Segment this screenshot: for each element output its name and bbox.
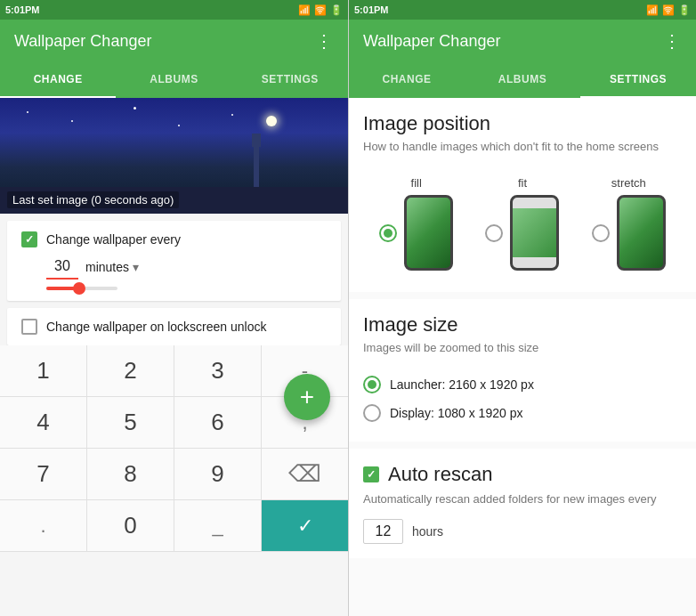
numpad-key-0[interactable]: 0	[87, 500, 174, 552]
left-app-bar: Wallpaper Changer ⋮	[0, 20, 348, 62]
numpad-key-4[interactable]: 4	[0, 397, 87, 449]
interval-row: minutes ▾	[21, 255, 327, 280]
left-tab-albums[interactable]: ALBUMS	[116, 62, 231, 98]
numpad-key-8[interactable]: 8	[87, 449, 174, 500]
right-content: Image position How to handle images whic…	[349, 98, 696, 616]
left-tab-settings[interactable]: SETTINGS	[232, 62, 348, 98]
change-wallpaper-card: Change wallpaper every minutes ▾	[7, 221, 341, 301]
launcher-label: Launcher: 2160 x 1920 px	[390, 377, 534, 392]
interval-slider[interactable]	[46, 287, 117, 290]
image-position-subtitle: How to handle images which don't fit to …	[363, 139, 682, 155]
star-4	[178, 125, 180, 126]
fill-radio-inner	[384, 229, 393, 238]
interval-input[interactable]	[46, 255, 78, 280]
fill-radio[interactable]	[379, 224, 397, 242]
tower	[254, 147, 259, 191]
fit-radio[interactable]	[485, 224, 503, 242]
interval-unit: minutes ▾	[85, 260, 139, 274]
image-position-title: Image position	[363, 112, 682, 135]
fill-phone-mockup	[404, 195, 453, 271]
image-position-section: Image position How to handle images whic…	[349, 98, 696, 292]
right-tab-change[interactable]: CHANGE	[349, 62, 465, 98]
stretch-label: stretch	[611, 176, 646, 190]
wifi-icon: 🛜	[314, 4, 327, 16]
interval-dropdown-arrow[interactable]: ▾	[133, 260, 139, 274]
numpad-key-7[interactable]: 7	[0, 449, 87, 500]
left-tab-change[interactable]: CHANGE	[0, 62, 116, 98]
star-5	[231, 114, 233, 116]
auto-rescan-section: Auto rescan Automatically rescan added f…	[349, 449, 696, 557]
right-time: 5:01PM	[354, 4, 389, 15]
image-size-title: Image size	[363, 313, 682, 336]
stretch-radio[interactable]	[592, 224, 610, 242]
launcher-radio-inner	[368, 380, 376, 389]
right-app-title: Wallpaper Changer	[363, 32, 500, 51]
numpad-row-4: . 0 _ ✓	[0, 500, 348, 552]
left-time: 5:01PM	[5, 4, 40, 15]
hours-row: hours	[363, 519, 682, 544]
stretch-phone-mockup	[617, 195, 666, 271]
position-option-fit: fit	[485, 176, 559, 271]
preview-label: Last set image (0 seconds ago)	[7, 191, 179, 208]
autorescan-title: Auto rescan	[388, 463, 492, 486]
left-status-bar: 5:01PM 📶 🛜 🔋	[0, 0, 348, 20]
display-label: Display: 1080 x 1920 px	[390, 406, 522, 420]
left-tabs: CHANGE ALBUMS SETTINGS	[0, 62, 348, 98]
numpad-key-underscore[interactable]: _	[174, 500, 262, 552]
slider-thumb[interactable]	[73, 282, 85, 295]
numpad-key-3[interactable]: 3	[174, 345, 262, 397]
fit-inner	[513, 208, 556, 257]
fab-add-button[interactable]: +	[284, 374, 330, 420]
right-battery-icon: 🔋	[678, 4, 691, 16]
lockscreen-checkbox[interactable]	[21, 319, 37, 335]
launcher-radio[interactable]	[363, 376, 381, 393]
numpad-key-6[interactable]: 6	[174, 397, 262, 449]
right-app-bar: Wallpaper Changer ⋮	[349, 20, 696, 62]
numpad-key-backspace[interactable]: ⌫	[262, 449, 348, 500]
change-wallpaper-label: Change wallpaper every	[46, 232, 181, 247]
numpad-key-9[interactable]: 9	[174, 449, 262, 500]
star-2	[71, 120, 73, 122]
fill-row	[379, 195, 453, 271]
star-1	[27, 111, 28, 113]
hours-input[interactable]	[363, 519, 403, 544]
right-signal-icon: 📶	[646, 4, 659, 16]
autorescan-checkbox[interactable]	[363, 466, 379, 482]
right-panel: 5:01PM 📶 🛜 🔋 Wallpaper Changer ⋮ CHANGE …	[348, 0, 696, 616]
wallpaper-preview: Last set image (0 seconds ago)	[0, 98, 348, 214]
slider-fill	[46, 287, 75, 290]
change-wallpaper-row: Change wallpaper every	[21, 231, 327, 247]
position-option-stretch: stretch	[592, 176, 666, 271]
fit-label: fit	[518, 176, 527, 190]
image-size-subtitle: Images will be zoomed to this size	[363, 340, 682, 356]
left-panel: 5:01PM 📶 🛜 🔋 Wallpaper Changer ⋮ CHANGE …	[0, 0, 348, 616]
numpad-row-3: 7 8 9 ⌫	[0, 449, 348, 500]
image-size-section: Image size Images will be zoomed to this…	[349, 299, 696, 442]
moon	[266, 116, 277, 126]
hours-label: hours	[412, 524, 443, 539]
right-status-icons: 📶 🛜 🔋	[646, 4, 691, 16]
left-more-button[interactable]: ⋮	[315, 30, 334, 52]
right-tabs: CHANGE ALBUMS SETTINGS	[349, 62, 696, 98]
right-tab-albums[interactable]: ALBUMS	[465, 62, 580, 98]
numpad-key-dot[interactable]: .	[0, 500, 87, 552]
launcher-option[interactable]: Launcher: 2160 x 1920 px	[363, 370, 682, 399]
lockscreen-card: Change wallpaper on lockscreen unlock	[7, 308, 341, 345]
autorescan-subtitle: Automatically rescan added folders for n…	[363, 491, 682, 507]
right-status-bar: 5:01PM 📶 🛜 🔋	[349, 0, 696, 20]
numpad-key-2[interactable]: 2	[87, 345, 174, 397]
numpad-key-confirm[interactable]: ✓	[262, 500, 348, 552]
right-more-button[interactable]: ⋮	[663, 30, 682, 52]
position-options: fill fit	[363, 169, 682, 278]
autorescan-title-row: Auto rescan	[363, 463, 682, 486]
fill-label: fill	[411, 176, 422, 190]
fit-row	[485, 195, 559, 271]
numpad-key-5[interactable]: 5	[87, 397, 174, 449]
display-option[interactable]: Display: 1080 x 1920 px	[363, 399, 682, 427]
right-tab-settings[interactable]: SETTINGS	[580, 62, 696, 98]
change-wallpaper-checkbox[interactable]	[21, 231, 37, 247]
display-radio[interactable]	[363, 404, 381, 422]
numpad-key-1[interactable]: 1	[0, 345, 87, 397]
right-wifi-icon: 🛜	[662, 4, 675, 16]
lockscreen-label: Change wallpaper on lockscreen unlock	[46, 320, 266, 334]
